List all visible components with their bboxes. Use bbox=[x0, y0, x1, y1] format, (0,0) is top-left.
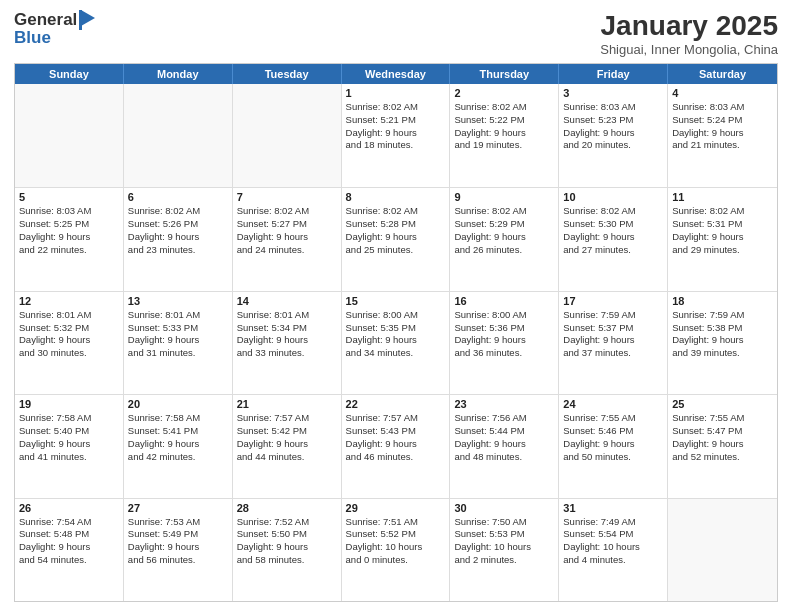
daylight-hours: Daylight: 9 hours bbox=[237, 334, 337, 347]
calendar-cell: 18Sunrise: 7:59 AMSunset: 5:38 PMDayligh… bbox=[668, 292, 777, 394]
svg-rect-1 bbox=[79, 10, 82, 30]
daylight-hours: Daylight: 9 hours bbox=[672, 127, 773, 140]
location: Shiguai, Inner Mongolia, China bbox=[600, 42, 778, 57]
sunrise-text: Sunrise: 8:02 AM bbox=[237, 205, 337, 218]
daylight-hours: Daylight: 9 hours bbox=[237, 231, 337, 244]
daylight-hours: Daylight: 9 hours bbox=[128, 541, 228, 554]
sunset-text: Sunset: 5:49 PM bbox=[128, 528, 228, 541]
calendar-cell: 15Sunrise: 8:00 AMSunset: 5:35 PMDayligh… bbox=[342, 292, 451, 394]
day-number: 18 bbox=[672, 295, 773, 307]
day-number: 21 bbox=[237, 398, 337, 410]
calendar-cell: 5Sunrise: 8:03 AMSunset: 5:25 PMDaylight… bbox=[15, 188, 124, 290]
daylight-minutes: and 37 minutes. bbox=[563, 347, 663, 360]
sunset-text: Sunset: 5:52 PM bbox=[346, 528, 446, 541]
day-number: 6 bbox=[128, 191, 228, 203]
sunset-text: Sunset: 5:32 PM bbox=[19, 322, 119, 335]
sunrise-text: Sunrise: 8:00 AM bbox=[346, 309, 446, 322]
day-number: 4 bbox=[672, 87, 773, 99]
sunrise-text: Sunrise: 7:56 AM bbox=[454, 412, 554, 425]
sunset-text: Sunset: 5:26 PM bbox=[128, 218, 228, 231]
daylight-minutes: and 26 minutes. bbox=[454, 244, 554, 257]
daylight-minutes: and 27 minutes. bbox=[563, 244, 663, 257]
calendar-cell: 6Sunrise: 8:02 AMSunset: 5:26 PMDaylight… bbox=[124, 188, 233, 290]
daylight-minutes: and 41 minutes. bbox=[19, 451, 119, 464]
calendar-header: SundayMondayTuesdayWednesdayThursdayFrid… bbox=[15, 64, 777, 84]
day-number: 5 bbox=[19, 191, 119, 203]
calendar-cell: 20Sunrise: 7:58 AMSunset: 5:41 PMDayligh… bbox=[124, 395, 233, 497]
calendar-week: 12Sunrise: 8:01 AMSunset: 5:32 PMDayligh… bbox=[15, 291, 777, 394]
calendar-cell: 12Sunrise: 8:01 AMSunset: 5:32 PMDayligh… bbox=[15, 292, 124, 394]
sunrise-text: Sunrise: 8:02 AM bbox=[454, 205, 554, 218]
sunset-text: Sunset: 5:44 PM bbox=[454, 425, 554, 438]
daylight-minutes: and 36 minutes. bbox=[454, 347, 554, 360]
sunset-text: Sunset: 5:25 PM bbox=[19, 218, 119, 231]
sunrise-text: Sunrise: 8:02 AM bbox=[346, 205, 446, 218]
month-year: January 2025 bbox=[600, 10, 778, 42]
daylight-minutes: and 58 minutes. bbox=[237, 554, 337, 567]
day-number: 16 bbox=[454, 295, 554, 307]
daylight-hours: Daylight: 9 hours bbox=[237, 438, 337, 451]
sunrise-text: Sunrise: 7:49 AM bbox=[563, 516, 663, 529]
daylight-hours: Daylight: 9 hours bbox=[346, 231, 446, 244]
sunset-text: Sunset: 5:22 PM bbox=[454, 114, 554, 127]
sunrise-text: Sunrise: 7:53 AM bbox=[128, 516, 228, 529]
daylight-hours: Daylight: 9 hours bbox=[19, 438, 119, 451]
sunrise-text: Sunrise: 7:52 AM bbox=[237, 516, 337, 529]
sunset-text: Sunset: 5:31 PM bbox=[672, 218, 773, 231]
daylight-hours: Daylight: 9 hours bbox=[128, 231, 228, 244]
day-number: 27 bbox=[128, 502, 228, 514]
daylight-hours: Daylight: 9 hours bbox=[454, 438, 554, 451]
day-number: 19 bbox=[19, 398, 119, 410]
sunset-text: Sunset: 5:27 PM bbox=[237, 218, 337, 231]
sunset-text: Sunset: 5:29 PM bbox=[454, 218, 554, 231]
daylight-hours: Daylight: 9 hours bbox=[563, 334, 663, 347]
calendar-cell: 17Sunrise: 7:59 AMSunset: 5:37 PMDayligh… bbox=[559, 292, 668, 394]
day-number: 7 bbox=[237, 191, 337, 203]
day-number: 14 bbox=[237, 295, 337, 307]
daylight-minutes: and 23 minutes. bbox=[128, 244, 228, 257]
calendar-cell: 24Sunrise: 7:55 AMSunset: 5:46 PMDayligh… bbox=[559, 395, 668, 497]
daylight-minutes: and 42 minutes. bbox=[128, 451, 228, 464]
sunset-text: Sunset: 5:41 PM bbox=[128, 425, 228, 438]
daylight-minutes: and 18 minutes. bbox=[346, 139, 446, 152]
calendar-week: 26Sunrise: 7:54 AMSunset: 5:48 PMDayligh… bbox=[15, 498, 777, 601]
weekday-header: Tuesday bbox=[233, 64, 342, 84]
weekday-header: Monday bbox=[124, 64, 233, 84]
daylight-hours: Daylight: 9 hours bbox=[454, 231, 554, 244]
calendar-cell: 1Sunrise: 8:02 AMSunset: 5:21 PMDaylight… bbox=[342, 84, 451, 187]
daylight-hours: Daylight: 9 hours bbox=[19, 541, 119, 554]
daylight-hours: Daylight: 9 hours bbox=[346, 438, 446, 451]
sunrise-text: Sunrise: 7:58 AM bbox=[128, 412, 228, 425]
calendar-cell: 22Sunrise: 7:57 AMSunset: 5:43 PMDayligh… bbox=[342, 395, 451, 497]
day-number: 2 bbox=[454, 87, 554, 99]
calendar-cell: 16Sunrise: 8:00 AMSunset: 5:36 PMDayligh… bbox=[450, 292, 559, 394]
sunset-text: Sunset: 5:24 PM bbox=[672, 114, 773, 127]
daylight-hours: Daylight: 9 hours bbox=[563, 438, 663, 451]
daylight-hours: Daylight: 10 hours bbox=[346, 541, 446, 554]
day-number: 11 bbox=[672, 191, 773, 203]
svg-marker-0 bbox=[81, 10, 95, 26]
daylight-hours: Daylight: 9 hours bbox=[346, 334, 446, 347]
daylight-minutes: and 39 minutes. bbox=[672, 347, 773, 360]
calendar-cell: 4Sunrise: 8:03 AMSunset: 5:24 PMDaylight… bbox=[668, 84, 777, 187]
daylight-minutes: and 54 minutes. bbox=[19, 554, 119, 567]
day-number: 25 bbox=[672, 398, 773, 410]
calendar-cell: 2Sunrise: 8:02 AMSunset: 5:22 PMDaylight… bbox=[450, 84, 559, 187]
daylight-hours: Daylight: 10 hours bbox=[563, 541, 663, 554]
sunset-text: Sunset: 5:47 PM bbox=[672, 425, 773, 438]
calendar-cell bbox=[668, 499, 777, 601]
daylight-minutes: and 24 minutes. bbox=[237, 244, 337, 257]
sunset-text: Sunset: 5:40 PM bbox=[19, 425, 119, 438]
sunset-text: Sunset: 5:54 PM bbox=[563, 528, 663, 541]
calendar-cell bbox=[15, 84, 124, 187]
logo-flag-icon bbox=[79, 10, 97, 30]
day-number: 1 bbox=[346, 87, 446, 99]
sunrise-text: Sunrise: 7:55 AM bbox=[563, 412, 663, 425]
daylight-minutes: and 19 minutes. bbox=[454, 139, 554, 152]
day-number: 3 bbox=[563, 87, 663, 99]
sunrise-text: Sunrise: 7:54 AM bbox=[19, 516, 119, 529]
day-number: 29 bbox=[346, 502, 446, 514]
day-number: 20 bbox=[128, 398, 228, 410]
daylight-minutes: and 52 minutes. bbox=[672, 451, 773, 464]
day-number: 31 bbox=[563, 502, 663, 514]
